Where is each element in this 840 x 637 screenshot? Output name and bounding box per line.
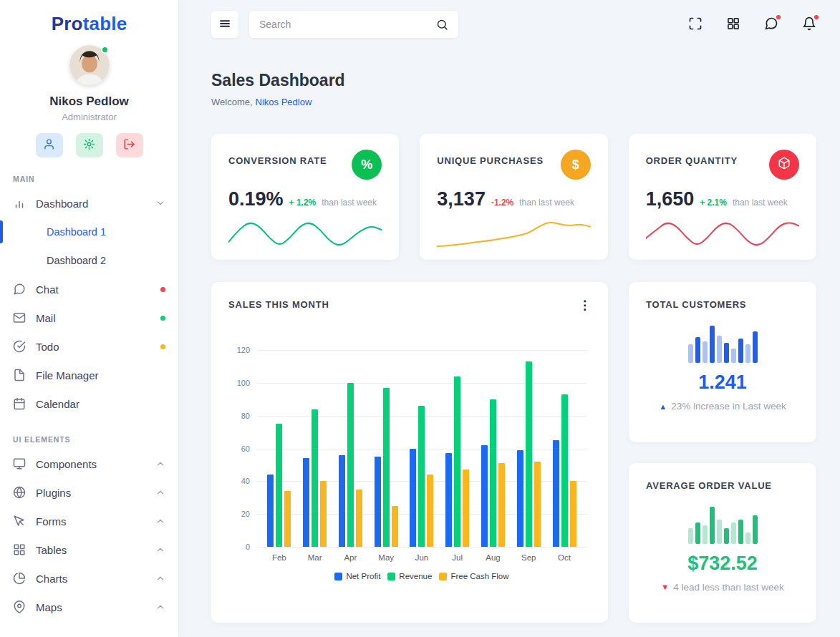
legend-label: Revenue — [399, 572, 432, 580]
pie-chart-icon — [13, 572, 26, 585]
legend-item[interactable]: Net Profit — [334, 572, 380, 580]
x-axis-label: Aug — [481, 553, 505, 562]
sidebar-item-dashboard[interactable]: Dashboard — [0, 189, 178, 218]
bar — [454, 376, 460, 547]
sidebar-item-mail[interactable]: Mail — [0, 303, 178, 332]
bar — [284, 491, 291, 547]
apps-grid-icon — [726, 16, 740, 33]
bar-group-feb — [267, 350, 291, 547]
kebab-menu-button[interactable]: ⋮ — [579, 299, 591, 311]
stat-value: 0.19% — [228, 188, 284, 210]
sidebar-item-label: Mail — [36, 312, 56, 324]
aov-note: ▼ 4 lead less than last week — [661, 582, 783, 593]
legend-item[interactable]: Revenue — [387, 572, 432, 580]
chevron-up-icon — [155, 487, 165, 497]
stat-value: 1,650 — [646, 188, 695, 210]
bar-group-jul — [445, 350, 469, 547]
legend-label: Net Profit — [346, 572, 380, 580]
mini-bar — [724, 343, 729, 363]
dollar-icon-badge: $ — [561, 150, 591, 180]
sidebar-item-todo[interactable]: Todo — [0, 332, 178, 361]
sidebar-item-file-manager[interactable]: File Manager — [0, 361, 178, 389]
mini-bar — [731, 522, 736, 544]
mini-bar — [738, 520, 743, 544]
y-axis-label: 120 — [237, 346, 250, 354]
monitor-icon — [13, 457, 26, 470]
brand-logo[interactable]: Protable — [0, 13, 178, 35]
legend-label: Free Cash Flow — [450, 572, 508, 580]
sales-bar-chart: 020406080100120 FebMarAprMayJunJulAugSep… — [257, 350, 586, 580]
chart-legend: Net ProfitRevenueFree Cash Flow — [257, 572, 586, 580]
sidebar-item-dashboard1[interactable]: Dashboard 1 — [0, 218, 178, 246]
sidebar-item-charts[interactable]: Charts — [0, 564, 178, 593]
percent-icon-badge: % — [352, 150, 382, 180]
legend-item[interactable]: Free Cash Flow — [439, 572, 508, 580]
bar — [427, 475, 433, 547]
sidebar-item-label: Dashboard 1 — [47, 226, 106, 238]
messages-button[interactable] — [764, 16, 778, 33]
stat-suffix: than last week — [733, 198, 788, 208]
bar — [356, 490, 362, 547]
mini-bar — [745, 344, 750, 363]
grid-line — [257, 547, 586, 548]
y-axis-label: 80 — [241, 412, 250, 420]
gear-icon — [83, 138, 95, 152]
arrow-down-icon: ▼ — [661, 583, 669, 591]
bar-group-jun — [410, 350, 433, 547]
bar-group-aug — [481, 350, 505, 547]
mini-bar — [724, 528, 729, 544]
chart-title: SALES THIS MONTH — [228, 299, 329, 310]
calendar-icon — [13, 397, 26, 410]
cursor-icon — [13, 515, 26, 527]
chevron-up-icon — [155, 545, 165, 555]
bar — [445, 453, 452, 547]
map-pin-icon — [13, 600, 26, 613]
unique-purchases-card: UNIQUE PURCHASES $ 3,137 -1.2% than last… — [420, 134, 607, 260]
sidebar-item-dashboard2[interactable]: Dashboard 2 — [0, 246, 178, 275]
online-status-dot — [101, 46, 109, 54]
mini-bar — [695, 337, 700, 363]
card-title: TOTAL CUSTOMERS — [646, 299, 746, 310]
sidebar-item-label: Tables — [36, 544, 67, 556]
sidebar-item-maps[interactable]: Maps — [0, 593, 178, 621]
search-input[interactable] — [259, 19, 436, 30]
sidebar-item-plugins[interactable]: Plugins — [0, 478, 178, 507]
bar — [303, 458, 309, 547]
topbar — [211, 11, 816, 38]
profile-button[interactable] — [36, 133, 63, 157]
x-axis-label: Jul — [445, 553, 469, 562]
logout-button[interactable] — [116, 133, 143, 157]
active-indicator — [0, 220, 3, 243]
bar — [463, 470, 469, 547]
settings-button[interactable] — [76, 133, 103, 157]
sidebar-item-calendar[interactable]: Calendar — [0, 389, 178, 418]
order-quantity-card: ORDER QUANTITY 1,650 + 2.1% than last we… — [629, 134, 816, 260]
bar — [498, 463, 505, 547]
sidebar-item-tables[interactable]: Tables — [0, 535, 178, 564]
section-label-ui-elements: UI ELEMENTS — [13, 435, 178, 444]
search-icon[interactable] — [436, 19, 448, 31]
welcome-user-link[interactable]: Nikos Pedlow — [256, 97, 312, 107]
sidebar-item-label: Charts — [36, 573, 67, 585]
stat-suffix: than last week — [322, 198, 377, 208]
right-column: TOTAL CUSTOMERS 1.241 ▲ 23% increase in … — [629, 282, 816, 623]
x-axis-label: Mar — [303, 553, 327, 562]
bar-group-oct — [553, 350, 576, 547]
notifications-button[interactable] — [802, 16, 816, 33]
fullscreen-icon — [688, 16, 703, 33]
x-axis-label: Feb — [267, 553, 291, 562]
mini-bar — [717, 336, 722, 363]
sidebar-item-forms[interactable]: Forms — [0, 507, 178, 535]
app-screen: Protable Nikos Pedlow — [0, 0, 840, 637]
sidebar-item-chat[interactable]: Chat — [0, 275, 178, 303]
chevron-up-icon — [155, 459, 165, 469]
fullscreen-button[interactable] — [688, 16, 703, 33]
mini-bar — [688, 344, 693, 363]
bar — [267, 475, 274, 547]
apps-grid-button[interactable] — [726, 16, 740, 33]
menu-toggle-button[interactable] — [211, 11, 238, 38]
sidebar-item-label: Chat — [36, 283, 59, 296]
bar — [347, 383, 354, 547]
sidebar-item-components[interactable]: Components — [0, 449, 178, 478]
mini-bar — [695, 522, 700, 544]
